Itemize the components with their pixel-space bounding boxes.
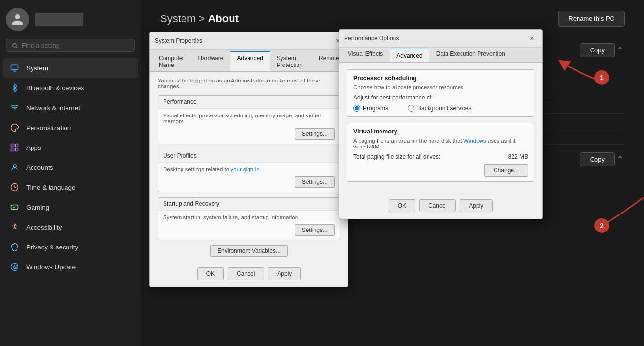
time-icon — [10, 182, 19, 192]
sidebar-label-windows-update: Windows Update — [26, 264, 76, 271]
system-props-cancel-button[interactable]: Cancel — [228, 267, 264, 280]
windows-link: Windows — [463, 138, 486, 144]
startup-recovery-settings-button[interactable]: Settings... — [295, 224, 335, 236]
perf-close-button[interactable]: × — [527, 33, 537, 44]
performance-options-dialog: Performance Options × Visual Effects Adv… — [339, 29, 543, 219]
accessibility-icon — [10, 222, 19, 232]
gaming-icon — [10, 202, 19, 212]
rename-pc-button[interactable]: Rename this PC — [558, 11, 625, 27]
svg-rect-2 — [16, 144, 18, 147]
svg-point-5 — [13, 165, 16, 167]
sidebar-item-personalization[interactable]: Personalization — [3, 118, 138, 137]
user-profiles-section: User Profiles Desktop settings related t… — [158, 149, 340, 192]
vm-size-row: Total paging file size for all drives: 8… — [353, 153, 528, 160]
performance-section: Performance Visual effects, processor sc… — [158, 95, 340, 144]
sidebar-label-gaming: Gaming — [26, 204, 49, 211]
update-icon — [10, 262, 19, 272]
monitor-icon — [10, 63, 19, 73]
sidebar-item-windows-update[interactable]: Windows Update — [3, 257, 138, 277]
virtual-memory-section: Virtual memory A paging file is an area … — [347, 123, 534, 182]
accounts-icon — [10, 163, 19, 172]
breadcrumb-parent: System — [160, 13, 196, 25]
svg-rect-1 — [11, 144, 14, 147]
tab-advanced[interactable]: Advanced — [230, 51, 269, 71]
sidebar-item-time[interactable]: Time & language — [3, 178, 138, 197]
user-profiles-settings-button[interactable]: Settings... — [295, 176, 335, 188]
processor-radio-row: Programs Background services — [353, 105, 528, 112]
radio-background[interactable]: Background services — [408, 105, 471, 112]
virtual-memory-title: Virtual memory — [353, 128, 528, 135]
env-variables-button[interactable]: Environment Variables... — [210, 245, 288, 257]
sidebar-item-network[interactable]: Network & internet — [3, 98, 138, 117]
startup-recovery-header: Startup and Recovery — [158, 198, 340, 211]
performance-header: Performance — [158, 96, 340, 109]
admin-warn-text: You must be logged on as an Administrato… — [158, 78, 340, 89]
change-button[interactable]: Change... — [484, 164, 528, 177]
sidebar-top — [0, 0, 141, 35]
privacy-icon — [10, 242, 19, 252]
processor-scheduling-section: Processor scheduling Choose how to alloc… — [347, 69, 534, 117]
svg-rect-0 — [11, 65, 18, 70]
perf-tabs: Visual Effects Advanced Data Execution P… — [339, 48, 542, 63]
system-props-ok-button[interactable]: OK — [197, 267, 224, 280]
sidebar-item-accessibility[interactable]: Accessibility — [3, 217, 138, 237]
processor-scheduling-desc: Choose how to allocate processor resourc… — [353, 84, 528, 90]
processor-scheduling-sub: Adjust for best performance of: — [353, 94, 528, 101]
svg-rect-3 — [11, 148, 14, 151]
startup-recovery-body: System startup, system failure, and star… — [158, 211, 340, 240]
system-props-apply-button[interactable]: Apply — [268, 267, 301, 280]
bluetooth-icon — [10, 83, 19, 93]
tab-dep[interactable]: Data Execution Prevention — [429, 48, 512, 62]
user-name-placeholder — [35, 13, 83, 26]
sidebar: System Bluetooth & devices Network & int… — [0, 0, 141, 346]
tab-computer-name[interactable]: Computer Name — [152, 51, 191, 71]
processor-scheduling-title: Processor scheduling — [353, 75, 528, 82]
user-profiles-link[interactable]: your sign-in — [231, 166, 259, 172]
sidebar-label-accounts: Accounts — [26, 164, 53, 171]
sidebar-item-system[interactable]: System — [3, 58, 138, 78]
system-properties-dialog: System Properties × Computer Name Hardwa… — [149, 32, 348, 287]
performance-desc: Visual effects, processor scheduling, me… — [163, 113, 321, 124]
apps-icon — [10, 143, 19, 152]
avatar[interactable] — [6, 8, 29, 31]
system-props-tabs: Computer Name Hardware Advanced System P… — [150, 50, 348, 72]
vm-value: 822 MB — [508, 153, 528, 160]
sidebar-label-apps: Apps — [26, 144, 41, 151]
svg-point-8 — [14, 224, 16, 225]
tab-system-protection[interactable]: System Protection — [270, 51, 312, 71]
search-input[interactable] — [22, 42, 130, 49]
breadcrumb-current: About — [208, 13, 239, 25]
network-icon — [10, 103, 19, 113]
radio-background-input[interactable] — [408, 105, 414, 112]
perf-title: Performance Options — [344, 35, 399, 42]
virtual-memory-desc: A paging file is an area on the hard dis… — [353, 138, 528, 149]
perf-ok-button[interactable]: OK — [389, 199, 415, 212]
svg-rect-4 — [16, 148, 18, 151]
radio-programs-input[interactable] — [353, 105, 360, 112]
tab-visual-effects[interactable]: Visual Effects — [341, 48, 390, 62]
perf-cancel-button[interactable]: Cancel — [419, 199, 456, 212]
perf-apply-button[interactable]: Apply — [460, 199, 493, 212]
sidebar-item-gaming[interactable]: Gaming — [3, 198, 138, 217]
performance-body: Visual effects, processor scheduling, me… — [158, 109, 340, 144]
copy-button-1[interactable]: Copy — [580, 43, 615, 57]
sidebar-item-accounts[interactable]: Accounts — [3, 158, 138, 177]
search-box[interactable] — [6, 39, 135, 52]
radio-background-label: Background services — [417, 105, 471, 112]
sidebar-item-privacy[interactable]: Privacy & security — [3, 237, 138, 257]
user-profiles-body: Desktop settings related to your sign-in… — [158, 163, 340, 192]
tab-hardware[interactable]: Hardware — [191, 51, 230, 71]
performance-settings-button[interactable]: Settings... — [295, 128, 335, 140]
main-header: System > About Rename this PC — [141, 0, 644, 32]
tab-advanced-perf[interactable]: Advanced — [390, 49, 429, 62]
sidebar-item-apps[interactable]: Apps — [3, 138, 138, 157]
radio-programs[interactable]: Programs — [353, 105, 388, 112]
dialog-titlebar-system-props: System Properties × — [150, 32, 348, 50]
sidebar-nav: System Bluetooth & devices Network & int… — [0, 58, 141, 346]
sidebar-item-bluetooth[interactable]: Bluetooth & devices — [3, 78, 138, 98]
sidebar-label-network: Network & internet — [26, 104, 80, 112]
breadcrumb-separator: > — [198, 13, 208, 25]
vm-label: Total paging file size for all drives: — [353, 153, 440, 160]
startup-recovery-desc: System startup, system failure, and star… — [163, 214, 298, 220]
copy-button-2[interactable]: Copy — [580, 152, 615, 166]
